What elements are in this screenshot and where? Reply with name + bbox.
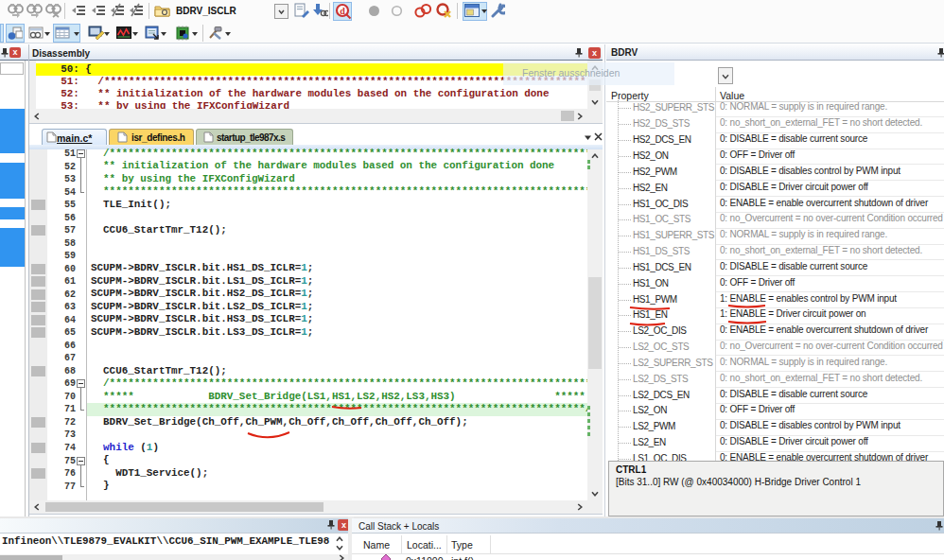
svg-text:d: d <box>340 6 345 16</box>
